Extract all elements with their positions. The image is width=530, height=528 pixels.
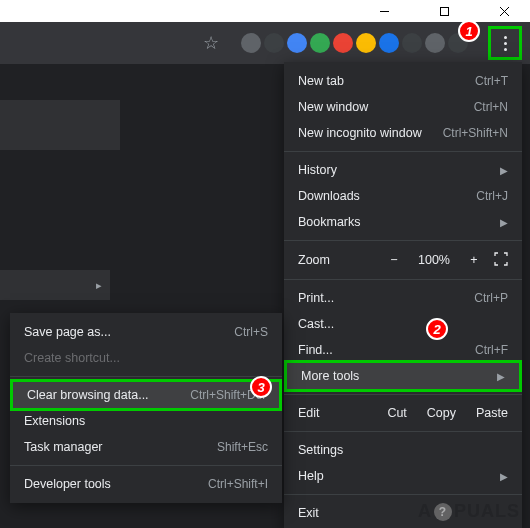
extension-icon[interactable]	[287, 33, 307, 53]
edit-cut-button[interactable]: Cut	[387, 406, 406, 420]
window-title-bar	[0, 0, 530, 22]
extension-icon[interactable]	[425, 33, 445, 53]
menu-button[interactable]	[493, 31, 517, 55]
menu-new-window[interactable]: New window Ctrl+N	[284, 94, 522, 120]
zoom-value: 100%	[414, 253, 454, 267]
submenu-developer-tools[interactable]: Developer tools Ctrl+Shift+I	[10, 471, 282, 497]
extension-icon[interactable]	[310, 33, 330, 53]
annotation-marker-1: 1	[458, 20, 480, 42]
menu-new-incognito[interactable]: New incognito window Ctrl+Shift+N	[284, 120, 522, 146]
menu-new-tab[interactable]: New tab Ctrl+T	[284, 68, 522, 94]
more-tools-submenu: Save page as... Ctrl+S Create shortcut..…	[10, 313, 282, 503]
menu-history[interactable]: History ▶	[284, 157, 522, 183]
menu-separator	[284, 151, 522, 152]
dots-vertical-icon	[504, 36, 507, 39]
submenu-create-shortcut: Create shortcut...	[10, 345, 282, 371]
menu-separator	[284, 240, 522, 241]
extension-icon[interactable]	[379, 33, 399, 53]
menu-separator	[284, 394, 522, 395]
browser-toolbar: ☆	[0, 22, 530, 64]
chrome-main-menu: New tab Ctrl+T New window Ctrl+N New inc…	[284, 62, 522, 528]
annotation-marker-2: 2	[426, 318, 448, 340]
menu-more-tools[interactable]: More tools ▶	[287, 363, 519, 389]
menu-separator	[284, 494, 522, 495]
more-tools-highlight: More tools ▶	[284, 360, 522, 392]
menu-separator	[284, 279, 522, 280]
menu-help[interactable]: Help ▶	[284, 463, 522, 489]
minimize-button[interactable]	[364, 0, 404, 22]
clear-browsing-highlight: Clear browsing data... Ctrl+Shift+Del	[10, 379, 282, 411]
watermark-q-icon: ?	[434, 503, 452, 521]
menu-separator	[10, 376, 282, 377]
extension-icons	[241, 33, 468, 53]
extension-icon[interactable]	[333, 33, 353, 53]
fullscreen-icon[interactable]	[494, 252, 508, 269]
submenu-extensions[interactable]: Extensions	[10, 408, 282, 434]
menu-edit-row: Edit Cut Copy Paste	[284, 400, 522, 426]
watermark: A ? PUALS	[418, 501, 520, 522]
bookmark-star-icon[interactable]: ☆	[203, 32, 219, 54]
close-button[interactable]	[484, 0, 524, 22]
zoom-in-button[interactable]: +	[466, 253, 482, 267]
submenu-clear-browsing-data[interactable]: Clear browsing data... Ctrl+Shift+Del	[13, 382, 279, 408]
submenu-task-manager[interactable]: Task manager Shift+Esc	[10, 434, 282, 460]
chevron-right-icon: ▶	[497, 371, 505, 382]
chevron-right-icon: ▶	[500, 217, 508, 228]
menu-separator	[284, 431, 522, 432]
edit-copy-button[interactable]: Copy	[427, 406, 456, 420]
menu-print[interactable]: Print... Ctrl+P	[284, 285, 522, 311]
edit-paste-button[interactable]: Paste	[476, 406, 508, 420]
menu-bookmarks[interactable]: Bookmarks ▶	[284, 209, 522, 235]
svg-rect-1	[440, 7, 448, 15]
menu-zoom: Zoom − 100% +	[284, 246, 522, 274]
chevron-right-icon: ▶	[500, 471, 508, 482]
maximize-button[interactable]	[424, 0, 464, 22]
chevron-right-icon: ▶	[500, 165, 508, 176]
extension-icon[interactable]	[356, 33, 376, 53]
zoom-out-button[interactable]: −	[386, 253, 402, 267]
page-content-row: ▸	[0, 270, 110, 300]
page-content-block	[0, 100, 120, 150]
menu-cast[interactable]: Cast...	[284, 311, 522, 337]
extension-icon[interactable]	[402, 33, 422, 53]
menu-settings[interactable]: Settings	[284, 437, 522, 463]
submenu-save-page[interactable]: Save page as... Ctrl+S	[10, 319, 282, 345]
menu-downloads[interactable]: Downloads Ctrl+J	[284, 183, 522, 209]
extension-icon[interactable]	[264, 33, 284, 53]
menu-separator	[10, 465, 282, 466]
menu-button-highlight	[488, 26, 522, 60]
extension-icon[interactable]	[241, 33, 261, 53]
annotation-marker-3: 3	[250, 376, 272, 398]
